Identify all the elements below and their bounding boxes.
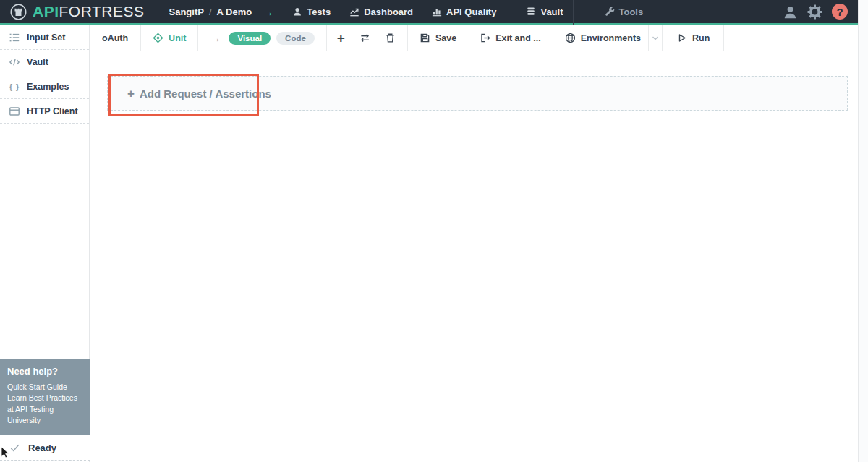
breadcrumb-project: A Demo — [217, 7, 252, 17]
status-text: Ready — [28, 442, 56, 453]
run-label: Run — [692, 33, 710, 43]
line-chart-icon — [349, 7, 359, 17]
mode-arrow-icon: → — [210, 32, 221, 44]
unit-diamond-icon — [153, 33, 163, 43]
exit-and-save-button[interactable]: Exit and ... — [468, 25, 553, 51]
breadcrumb[interactable]: SangitP / A Demo → — [169, 6, 273, 18]
help-link-quick-start[interactable]: Quick Start Guide — [7, 382, 83, 393]
sidebar-item-label: Examples — [27, 82, 69, 92]
plus-icon: + — [337, 31, 345, 45]
fortress-logo-icon — [10, 4, 27, 20]
navbar-right-actions: ? — [783, 4, 852, 20]
environments-label: Environments — [581, 33, 641, 43]
code-mode-button[interactable]: Code — [276, 32, 315, 45]
editor-mode-toggle: → Visual Code — [198, 25, 326, 51]
brand-logo[interactable]: APIFORTRESS — [7, 0, 147, 23]
nav-item-label: Tools — [619, 7, 644, 17]
reorder-button[interactable] — [352, 25, 378, 51]
mouse-cursor — [1, 446, 11, 459]
nav-item-label: Tests — [307, 7, 331, 17]
wrench-icon — [605, 7, 615, 17]
app-window: APIFORTRESS SangitP / A Demo → Tests Das… — [0, 0, 868, 462]
nav-item-vault[interactable]: Vault — [516, 0, 572, 25]
breadcrumb-separator: / — [209, 7, 212, 17]
visual-mode-button[interactable]: Visual — [229, 32, 271, 45]
breadcrumb-user: SangitP — [169, 7, 203, 17]
help-button[interactable]: ? — [832, 4, 848, 20]
breadcrumb-arrow-icon: → — [263, 6, 273, 18]
exit-icon — [480, 33, 490, 43]
composer-toolbar: oAuth Unit → Visual Code + — [90, 25, 858, 51]
sidebar-item-label: Vault — [27, 57, 48, 67]
add-request-label: Add Request / Assertions — [140, 87, 271, 100]
save-label: Save — [435, 33, 456, 43]
code-icon — [9, 56, 20, 68]
list-icon — [9, 32, 20, 43]
unit-label: Unit — [169, 33, 186, 43]
help-box-title: Need help? — [7, 366, 83, 377]
brand-primary: API — [33, 3, 59, 20]
brand-secondary: FORTRESS — [59, 3, 145, 20]
chevron-down-icon — [652, 35, 659, 41]
top-navbar: APIFORTRESS SangitP / A Demo → Tests Das… — [0, 0, 858, 25]
environments-button[interactable]: Environments — [553, 25, 648, 51]
nav-item-dashboard[interactable]: Dashboard — [340, 0, 422, 23]
sidebar-item-label: Input Set — [27, 33, 65, 43]
brand-name: APIFORTRESS — [33, 3, 144, 20]
settings-gear-icon[interactable] — [807, 4, 822, 20]
exit-label: Exit and ... — [495, 33, 541, 43]
globe-icon — [565, 33, 576, 43]
nav-item-label: Dashboard — [364, 7, 413, 17]
nav-item-tests[interactable]: Tests — [283, 0, 340, 23]
play-icon — [676, 33, 687, 43]
swap-arrows-icon — [359, 33, 370, 43]
nav-item-tools[interactable]: Tools — [595, 0, 653, 23]
checkmark-icon — [9, 442, 20, 453]
braces-icon: { } — [9, 82, 20, 91]
browser-window-icon — [9, 106, 20, 117]
sidebar-item-examples[interactable]: { } Examples — [0, 74, 89, 99]
user-account-icon[interactable] — [783, 4, 798, 20]
help-glyph: ? — [836, 6, 843, 18]
oauth-label: oAuth — [102, 33, 128, 43]
database-icon — [526, 7, 536, 17]
navbar-divider — [281, 0, 281, 25]
sidebar-item-label: HTTP Client — [27, 106, 78, 116]
trash-icon — [385, 33, 396, 43]
test-composer-canvas: + Add Request / Assertions — [90, 51, 858, 462]
save-floppy-icon — [420, 33, 430, 43]
add-request-assertions-button[interactable]: + Add Request / Assertions — [107, 76, 848, 111]
add-component-button[interactable]: + — [327, 25, 352, 51]
person-icon — [292, 7, 302, 17]
status-bar: Ready — [0, 435, 90, 461]
delete-button[interactable] — [378, 25, 408, 51]
run-button[interactable]: Run — [663, 25, 724, 51]
tree-connector-line — [116, 51, 116, 76]
help-link-best-practices[interactable]: Learn Best Practices at API Testing Univ… — [7, 393, 83, 426]
bar-chart-icon — [432, 7, 442, 17]
left-sidebar: Input Set Vault { } Examples HTTP Client… — [0, 25, 90, 462]
need-help-box: Need help? Quick Start Guide Learn Best … — [0, 359, 90, 435]
sidebar-item-http-client[interactable]: HTTP Client — [0, 99, 89, 124]
nav-item-label: Vault — [540, 7, 563, 17]
nav-vault-group: Vault — [516, 0, 573, 25]
vertical-scrollbar[interactable] — [858, 0, 868, 462]
nav-item-label: API Quality — [446, 7, 496, 17]
nav-item-api-quality[interactable]: API Quality — [422, 0, 506, 23]
add-plus-icon: + — [127, 87, 135, 100]
sidebar-item-input-set[interactable]: Input Set — [0, 25, 89, 50]
unit-test-type-button[interactable]: Unit — [141, 25, 198, 51]
save-button[interactable]: Save — [408, 25, 468, 51]
sidebar-item-vault[interactable]: Vault — [0, 50, 89, 74]
environments-dropdown-button[interactable] — [648, 25, 663, 51]
oauth-button[interactable]: oAuth — [90, 25, 141, 51]
